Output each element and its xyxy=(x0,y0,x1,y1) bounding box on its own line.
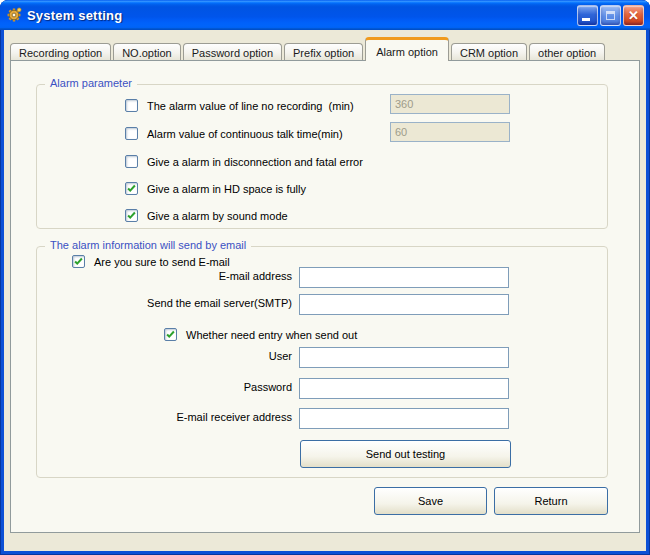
save-button[interactable]: Save xyxy=(374,487,487,515)
entry-when-send-row: Whether need entry when send out xyxy=(164,326,357,343)
sound-mode-row: Give a alarm by sound mode xyxy=(125,207,288,224)
app-gear-icon xyxy=(6,7,22,23)
window-controls: ✕ xyxy=(577,5,644,26)
titlebar[interactable]: System setting ✕ xyxy=(0,0,650,30)
hd-space-full-label: Give a alarm in HD space is fully xyxy=(147,183,306,195)
alarm-parameter-group-title: Alarm parameter xyxy=(45,77,137,89)
user-input[interactable] xyxy=(299,347,509,368)
return-button[interactable]: Return xyxy=(494,487,608,515)
tab-crm-option[interactable]: CRM option xyxy=(451,43,527,60)
smtp-server-input[interactable] xyxy=(299,294,509,315)
line-no-recording-checkbox[interactable] xyxy=(125,99,138,112)
password-input[interactable] xyxy=(299,378,509,399)
client-area: Recording option NO.option Password opti… xyxy=(4,30,646,551)
send-email-label: Are you sure to send E-mail xyxy=(94,256,230,268)
tab-alarm-option[interactable]: Alarm option xyxy=(365,37,449,61)
alarm-parameter-group: Alarm parameter The alarm value of line … xyxy=(36,84,608,229)
tab-other-option[interactable]: other option xyxy=(529,43,605,60)
sound-mode-label: Give a alarm by sound mode xyxy=(147,210,288,222)
disconnection-error-checkbox[interactable] xyxy=(125,155,138,168)
continuous-talk-input xyxy=(390,122,510,142)
system-setting-window: System setting ✕ Recording option NO.opt… xyxy=(0,0,650,555)
minimize-button[interactable] xyxy=(577,5,598,26)
email-receiver-label: E-mail receiver address xyxy=(37,411,292,423)
tab-strip: Recording option NO.option Password opti… xyxy=(10,39,607,60)
sound-mode-checkbox[interactable] xyxy=(125,209,138,222)
email-address-label: E-mail address xyxy=(37,270,292,282)
maximize-button[interactable] xyxy=(600,5,621,26)
close-icon: ✕ xyxy=(624,6,643,25)
tab-prefix-option[interactable]: Prefix option xyxy=(284,43,363,60)
send-out-testing-button[interactable]: Send out testing xyxy=(300,440,511,468)
send-email-row: Are you sure to send E-mail xyxy=(72,253,230,270)
minimize-icon xyxy=(582,18,590,21)
user-label: User xyxy=(37,350,292,362)
maximize-icon xyxy=(606,11,615,20)
line-no-recording-input xyxy=(390,94,510,114)
password-label: Password xyxy=(37,381,292,393)
hd-space-full-checkbox[interactable] xyxy=(125,182,138,195)
continuous-talk-label: Alarm value of continuous talk time(min) xyxy=(147,128,343,140)
tab-no-option[interactable]: NO.option xyxy=(113,43,181,60)
continuous-talk-row: Alarm value of continuous talk time(min) xyxy=(125,125,343,142)
email-alarm-group-title: The alarm information will send by email xyxy=(45,239,251,251)
tab-page-alarm-option: Alarm parameter The alarm value of line … xyxy=(10,60,640,533)
smtp-server-label: Send the email server(SMTP) xyxy=(37,297,292,309)
disconnection-error-row: Give a alarm in disconnection and fatal … xyxy=(125,153,363,170)
continuous-talk-checkbox[interactable] xyxy=(125,127,138,140)
tab-recording-option[interactable]: Recording option xyxy=(10,43,111,60)
line-no-recording-label: The alarm value of line no recording (mi… xyxy=(147,100,354,112)
disconnection-error-label: Give a alarm in disconnection and fatal … xyxy=(147,156,363,168)
line-no-recording-row: The alarm value of line no recording (mi… xyxy=(125,97,354,114)
email-address-input[interactable] xyxy=(299,267,509,288)
entry-when-send-checkbox[interactable] xyxy=(164,328,177,341)
email-receiver-input[interactable] xyxy=(299,408,509,429)
hd-space-full-row: Give a alarm in HD space is fully xyxy=(125,180,306,197)
tab-password-option[interactable]: Password option xyxy=(183,43,282,60)
window-title: System setting xyxy=(27,8,577,23)
close-button[interactable]: ✕ xyxy=(623,5,644,26)
entry-when-send-label: Whether need entry when send out xyxy=(186,329,357,341)
send-email-checkbox[interactable] xyxy=(72,255,85,268)
email-alarm-group: The alarm information will send by email… xyxy=(36,246,608,478)
